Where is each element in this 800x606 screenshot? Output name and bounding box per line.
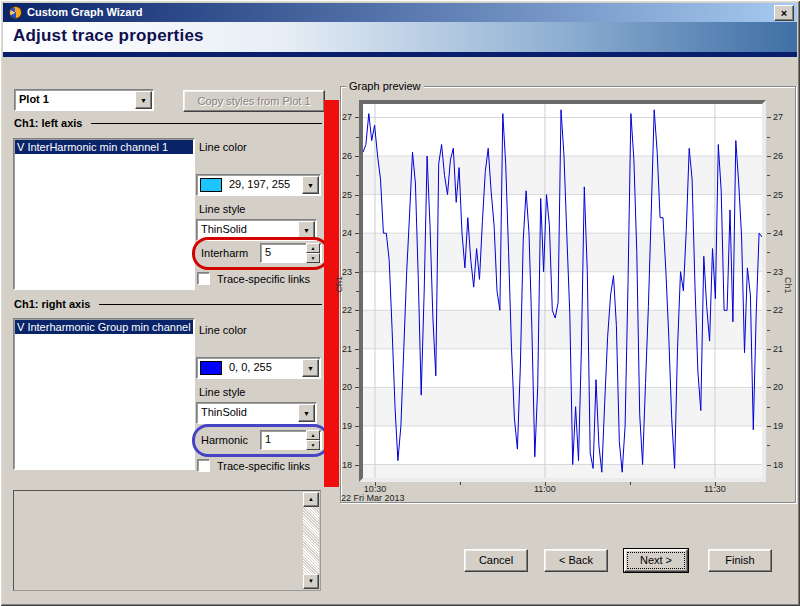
y-tick: [767, 349, 771, 350]
y-tick: [355, 426, 359, 427]
y-tick-label-right: 20: [773, 382, 795, 392]
scroll-down-icon[interactable]: ▼: [303, 574, 319, 589]
y-tick-label-left: 27: [330, 112, 352, 122]
heading-rule: [91, 123, 322, 124]
y-tick: [355, 310, 359, 311]
wizard-header: Adjust trace properties: [3, 22, 797, 52]
line-color-value-left: 29, 197, 255: [229, 178, 290, 190]
plot-select[interactable]: Plot 1 ▼: [14, 89, 154, 111]
y-tick-label-left: 18: [330, 460, 352, 470]
y-tick-label-left: 20: [330, 382, 352, 392]
trace-links-checkbox-right[interactable]: [197, 459, 210, 472]
y-tick: [767, 310, 771, 311]
line-color-label-right: Line color: [199, 324, 247, 336]
y-tick: [356, 445, 359, 446]
copy-styles-button[interactable]: Copy styles from Plot 1: [183, 90, 325, 112]
y-tick-label-left: 19: [330, 421, 352, 431]
y-tick-label-left: 24: [330, 228, 352, 238]
y-tick-label-right: 21: [773, 344, 795, 354]
chevron-down-icon[interactable]: ▼: [302, 176, 319, 194]
line-style-label-left: Line style: [199, 203, 245, 215]
line-style-label-right: Line style: [199, 386, 245, 398]
list-item[interactable]: V InterHarmonic min channel 1: [15, 140, 193, 154]
interharm-annotation-ellipse: [192, 237, 330, 270]
title-bar[interactable]: Custom Graph Wizard ×: [3, 3, 797, 22]
line-color-value-right: 0, 0, 255: [229, 361, 272, 373]
y-tick: [767, 368, 770, 369]
page-title: Adjust trace properties: [13, 26, 204, 46]
line-color-select-left[interactable]: 29, 197, 255 ▼: [196, 174, 321, 196]
app-icon: [9, 6, 22, 19]
y-tick: [767, 195, 771, 196]
y-tick: [767, 426, 771, 427]
color-swatch: [200, 178, 222, 192]
y-tick: [355, 465, 359, 466]
y-tick: [356, 330, 359, 331]
y-tick: [356, 407, 359, 408]
scroll-up-icon[interactable]: ▲: [303, 492, 319, 507]
finish-button[interactable]: Finish: [708, 549, 772, 572]
y-tick: [767, 252, 770, 253]
y-tick: [767, 407, 770, 408]
plot-select-value: Plot 1: [19, 93, 49, 105]
graph-preview-label: Graph preview: [346, 80, 424, 92]
date-label: 22 Fri Mar 2013: [341, 493, 405, 503]
graph-preview-plot: [359, 100, 766, 482]
y-tick-label-right: 26: [773, 151, 795, 161]
y-tick: [355, 195, 359, 196]
harmonic-annotation-ellipse: [192, 424, 330, 457]
chevron-down-icon[interactable]: ▼: [135, 91, 152, 109]
y-tick-label-left: 22: [330, 305, 352, 315]
chevron-down-icon[interactable]: ▼: [298, 404, 315, 422]
trace-links-label-left: Trace-specific links: [217, 273, 310, 285]
close-icon[interactable]: ×: [774, 5, 794, 21]
line-style-value-right: ThinSolid: [201, 406, 247, 418]
back-button[interactable]: < Back: [544, 549, 608, 572]
y-tick: [356, 252, 359, 253]
y-tick-label-right: 27: [773, 112, 795, 122]
trace-links-label-right: Trace-specific links: [217, 460, 310, 472]
y-tick: [767, 387, 771, 388]
x-minor-tick: [630, 482, 631, 485]
notes-box: ▲ ▼: [13, 490, 321, 591]
left-axis-section-heading: Ch1: left axis: [14, 117, 322, 129]
y-tick-label-right: 19: [773, 421, 795, 431]
y-tick: [355, 272, 359, 273]
list-item[interactable]: V Interharmonic Group min channel: [15, 320, 193, 334]
chevron-down-icon[interactable]: ▼: [302, 359, 319, 377]
y-tick: [355, 117, 359, 118]
y-tick: [767, 445, 770, 446]
right-axis-trace-list[interactable]: V Interharmonic Group min channel: [13, 318, 195, 470]
cancel-button[interactable]: Cancel: [464, 549, 528, 572]
y-tick: [356, 291, 359, 292]
color-swatch: [200, 361, 222, 375]
x-minor-tick: [460, 482, 461, 485]
y-tick-label-right: 23: [773, 267, 795, 277]
y-tick: [767, 156, 771, 157]
line-style-select-right[interactable]: ThinSolid ▼: [196, 402, 317, 424]
next-button[interactable]: Next >: [624, 549, 688, 572]
y-tick: [767, 214, 770, 215]
y-tick: [355, 233, 359, 234]
left-axis-trace-list[interactable]: V InterHarmonic min channel 1: [13, 138, 195, 290]
left-axis-title: Ch1: [334, 276, 344, 293]
y-tick: [355, 156, 359, 157]
custom-graph-wizard-window: Custom Graph Wizard × Adjust trace prope…: [0, 0, 800, 606]
y-tick-label-left: 25: [330, 190, 352, 200]
y-tick: [767, 291, 770, 292]
y-tick: [767, 233, 771, 234]
y-tick-label-right: 22: [773, 305, 795, 315]
window-title: Custom Graph Wizard: [27, 6, 142, 18]
line-color-select-right[interactable]: 0, 0, 255 ▼: [196, 357, 321, 379]
y-tick: [356, 368, 359, 369]
y-tick: [767, 272, 771, 273]
trace-chart: [363, 104, 762, 478]
left-axis-heading-label: Ch1: left axis: [14, 117, 82, 129]
y-tick: [767, 330, 770, 331]
trace-links-checkbox-left[interactable]: [197, 272, 210, 285]
y-tick-label-right: 25: [773, 190, 795, 200]
right-axis-section-heading: Ch1: right axis: [14, 298, 322, 310]
y-tick-label-right: 18: [773, 460, 795, 470]
vertical-scrollbar[interactable]: ▲ ▼: [303, 492, 319, 589]
x-tick-label: 11:00: [523, 484, 567, 494]
